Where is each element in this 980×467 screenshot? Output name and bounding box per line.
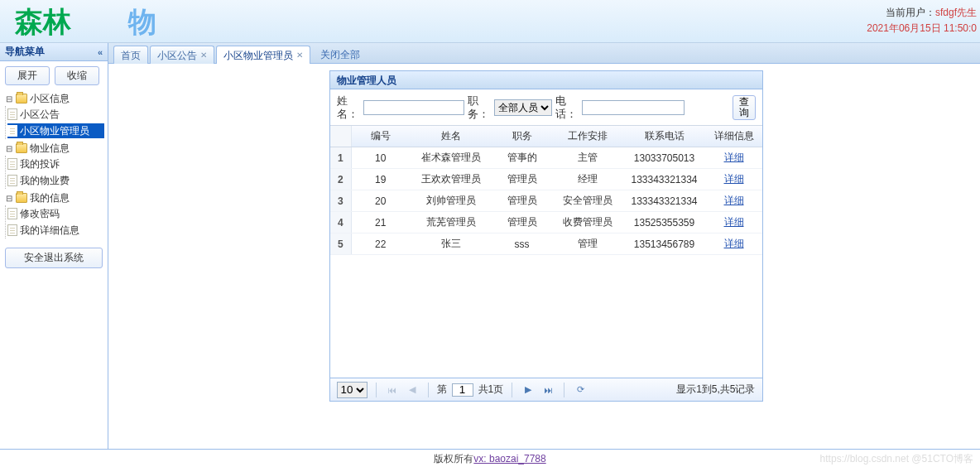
cell-work: 管理 [552, 234, 623, 255]
cell-work: 安全管理员 [552, 190, 623, 212]
cell-detail: 详细 [706, 147, 762, 169]
cell-id: 20 [352, 190, 410, 212]
search-button[interactable]: 查询 [733, 95, 756, 120]
collapse-button[interactable]: 收缩 [55, 66, 99, 85]
logo: 森林 物 [0, 0, 980, 43]
nav-tree: ⊟小区信息 小区公告 小区物业管理员 ⊟物业信息 我的投诉 我的物业费 ⊟我的信… [0, 89, 108, 244]
tree-item-password[interactable]: 修改密码 [7, 206, 104, 221]
cell-work: 收费管理员 [552, 212, 623, 234]
first-page-icon[interactable]: ⏮ [385, 383, 400, 397]
tree-label: 物业信息 [30, 142, 70, 156]
current-user-name: sfdgf先生 [935, 7, 977, 18]
col-phone: 联系电话 [623, 126, 706, 147]
tab-property-admin[interactable]: 小区物业管理员✕ [216, 46, 310, 64]
tree-item-announcement[interactable]: 小区公告 [7, 107, 104, 122]
tab-announcement[interactable]: 小区公告✕ [150, 46, 214, 64]
staff-table: 编号 姓名 职务 工作安排 联系电话 详细信息 [330, 126, 762, 147]
table-row: 219王欢欢管理员管理员经理133343321334详细 [330, 169, 762, 190]
name-input[interactable] [363, 100, 464, 115]
cell-id: 21 [352, 212, 410, 234]
expand-button[interactable]: 展开 [5, 66, 50, 85]
folder-icon [16, 143, 27, 153]
col-job: 职务 [492, 126, 552, 147]
tree-label: 小区公告 [20, 108, 60, 122]
tree-item-profile[interactable]: 我的详细信息 [7, 223, 104, 238]
tab-label: 小区公告 [157, 46, 197, 65]
tree-label: 小区信息 [30, 92, 70, 106]
detail-link[interactable]: 详细 [724, 216, 744, 228]
cell-id: 19 [352, 169, 410, 190]
tab-close-all[interactable]: 关闭全部 [312, 46, 368, 64]
cell-rownum: 5 [330, 234, 352, 255]
page-label-prefix: 第 [437, 383, 447, 397]
folder-icon [16, 193, 27, 203]
tree-group-community[interactable]: ⊟小区信息 [5, 91, 104, 106]
tree-item-fee[interactable]: 我的物业费 [7, 173, 104, 188]
tab-label: 首页 [121, 46, 141, 65]
cell-rownum: 2 [330, 169, 352, 190]
close-icon[interactable]: ✕ [200, 46, 207, 65]
tab-label: 小区物业管理员 [223, 46, 293, 65]
minus-icon: ⊟ [5, 94, 13, 104]
cell-phone: 13033705013 [623, 147, 706, 169]
tree-item-property-admin[interactable]: 小区物业管理员 [7, 123, 104, 138]
footer-link[interactable]: vx: baozai_7788 [473, 453, 545, 465]
tree-group-my[interactable]: ⊟我的信息 [5, 190, 104, 205]
safe-exit-button[interactable]: 安全退出系统 [5, 248, 103, 268]
tab-label: 关闭全部 [320, 46, 360, 64]
sidebar-collapse-icon[interactable]: « [98, 47, 103, 57]
tree-label: 修改密码 [20, 207, 60, 221]
close-icon[interactable]: ✕ [296, 46, 303, 65]
cell-rownum: 1 [330, 147, 352, 169]
folder-icon [16, 94, 27, 104]
timestamp: 2021年06月15日 11:50:0 [867, 22, 977, 34]
pager: 10 ⏮ ◀ 第 共1页 ▶ ⏭ ⟳ 显示1到5,共5记录 [330, 378, 762, 401]
detail-link[interactable]: 详细 [724, 195, 744, 206]
tabs-bar: 首页 小区公告✕ 小区物业管理员✕ 关闭全部 [108, 43, 980, 64]
cell-detail: 详细 [706, 190, 762, 212]
cell-id: 10 [352, 147, 410, 169]
logo-text: 森林 [15, 6, 71, 37]
col-work: 工作安排 [552, 126, 623, 147]
tree-label: 我的物业费 [20, 174, 70, 188]
file-icon [7, 125, 17, 137]
cell-job: 管理员 [492, 169, 552, 190]
cell-detail: 详细 [706, 169, 762, 190]
col-detail: 详细信息 [706, 126, 762, 147]
app-header: 森林 物 当前用户：sfdgf先生 2021年06月15日 11:50:0 [0, 0, 980, 43]
sidebar: 导航菜单 « 展开 收缩 ⊟小区信息 小区公告 小区物业管理员 ⊟物业信息 我 [0, 43, 108, 449]
cell-phone: 13525355359 [623, 212, 706, 234]
tree-label: 我的信息 [30, 191, 70, 205]
panel-title: 物业管理人员 [330, 71, 762, 89]
tab-home[interactable]: 首页 [113, 46, 148, 64]
page-size-select[interactable]: 10 [337, 382, 368, 398]
file-icon [7, 175, 17, 186]
tree-group-property[interactable]: ⊟物业信息 [5, 141, 104, 156]
page-total: 共1页 [478, 383, 504, 397]
tree-item-complaint[interactable]: 我的投诉 [7, 156, 104, 171]
file-icon [7, 108, 17, 120]
minus-icon: ⊟ [5, 194, 13, 203]
pager-summary: 显示1到5,共5记录 [676, 383, 755, 397]
col-rownum [330, 126, 352, 147]
job-select[interactable]: 全部人员 [494, 99, 552, 116]
next-page-icon[interactable]: ▶ [521, 383, 536, 397]
cell-phone: 133343321334 [623, 169, 706, 190]
cell-job: 管事的 [492, 147, 552, 169]
phone-input[interactable] [582, 100, 685, 115]
prev-page-icon[interactable]: ◀ [405, 383, 420, 397]
detail-link[interactable]: 详细 [724, 152, 744, 163]
cell-detail: 详细 [706, 234, 762, 255]
tree-label: 我的投诉 [20, 157, 60, 171]
detail-link[interactable]: 详细 [724, 173, 744, 185]
cell-work: 经理 [552, 169, 623, 190]
page-input[interactable] [452, 383, 473, 397]
cell-id: 22 [352, 234, 410, 255]
last-page-icon[interactable]: ⏭ [540, 383, 555, 397]
content: 物业管理人员 姓名： 职务： 全部人员 电话： 查询 编号 姓名 [108, 64, 980, 449]
tree-label: 小区物业管理员 [20, 124, 89, 138]
cell-job: 管理员 [492, 212, 552, 234]
refresh-icon[interactable]: ⟳ [573, 383, 588, 397]
detail-link[interactable]: 详细 [724, 238, 744, 249]
table-row: 110崔术森管理员管事的主管13033705013详细 [330, 147, 762, 169]
